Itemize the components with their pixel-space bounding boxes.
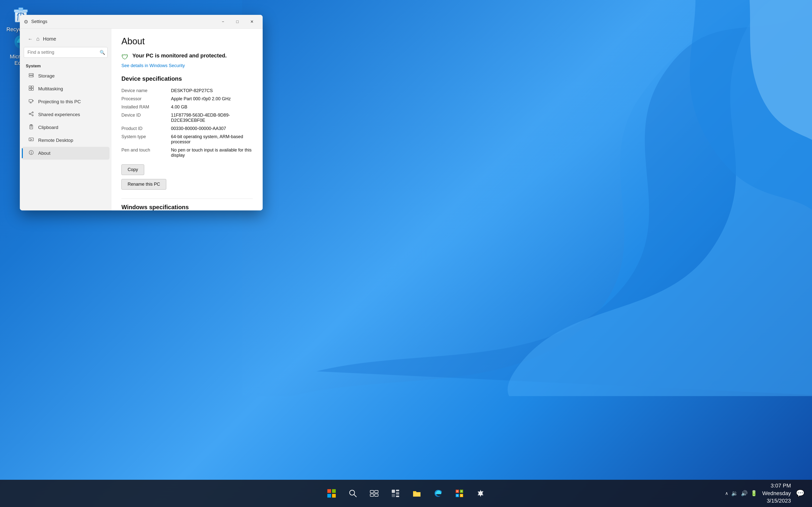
svg-line-28 [30,138,31,139]
wave-decoration [242,0,812,396]
taskbar-search-button[interactable] [344,485,361,502]
security-link[interactable]: See details in Windows Security [121,63,253,68]
spec-label-processor: Processor [121,95,171,103]
rename-button-wrapper: Rename this PC [121,179,253,193]
clock-time: 3:07 PM [762,482,791,490]
sidebar-item-shared-experiences[interactable]: Shared experiences [22,108,109,121]
widgets-button[interactable] [387,485,404,502]
spec-value-device-id: 11F87798-563D-4EDB-9D89-D2CE39CEBF0E [171,111,253,124]
action-buttons: Copy [121,164,253,179]
svg-rect-47 [396,492,399,495]
spec-row-ram: Installed RAM 4.00 GB [121,103,253,111]
sidebar-item-remote-desktop[interactable]: Remote Desktop [22,134,109,147]
spec-label-pen-touch: Pen and touch [121,146,171,159]
battery-icon[interactable]: 🔋 [751,490,757,497]
window-body: ← ⌂ Home 🔍 System [20,29,263,211]
main-content: About 🛡 Your PC is monitored and protect… [111,29,263,211]
spec-row-device-name: Device name DESKTOP-82P27CS [121,87,253,95]
title-bar-controls: − □ ✕ [216,17,259,27]
svg-point-8 [33,74,33,74]
taskbar-right: ∧ 🔉 🔊 🔋 3:07 PM Wednesday 3/15/2023 💬 [725,482,805,505]
sidebar-item-projecting[interactable]: Projecting to this PC [22,95,109,108]
spec-row-device-id: Device ID 11F87798-563D-4EDB-9D89-D2CE39… [121,111,253,124]
svg-rect-2 [18,8,23,10]
spec-row-product-id: Product ID 00330-80000-00000-AA307 [121,124,253,133]
svg-rect-46 [392,494,395,497]
clock-date: Wednesday [762,490,791,497]
spec-value-system-type: 64-bit operating system, ARM-based proce… [171,133,253,146]
svg-point-17 [29,113,31,115]
home-button[interactable]: ← ⌂ Home [22,33,109,45]
title-bar: ⚙ Settings − □ ✕ [20,15,263,29]
svg-rect-56 [461,495,462,496]
settings-window: ⚙ Settings − □ ✕ ← ⌂ Home 🔍 System [20,15,263,211]
spec-value-processor: Apple Part 000 r0p0 2.00 GHz [171,95,253,103]
title-bar-left: ⚙ Settings [24,19,47,25]
sidebar-item-about[interactable]: About [22,147,109,160]
remote-desktop-label: Remote Desktop [38,137,73,143]
minimize-button[interactable]: − [216,17,230,27]
clock-full-date: 3/15/2023 [762,497,791,505]
sidebar-item-multitasking[interactable]: Multitasking [22,82,109,95]
svg-rect-48 [396,496,399,497]
spec-value-product-id: 00330-80000-00000-AA307 [171,124,253,133]
storage-icon [28,72,35,79]
svg-rect-42 [370,494,374,496]
window-title: Settings [31,19,47,24]
device-specs-table: Device name DESKTOP-82P27CS Processor Ap… [121,87,253,159]
sidebar-item-clipboard[interactable]: Clipboard [22,121,109,134]
task-view-button[interactable] [365,485,383,502]
shared-experiences-icon [28,111,35,118]
network-icon[interactable]: 🔉 [731,490,738,497]
search-icon[interactable]: 🔍 [100,50,105,55]
svg-line-39 [354,495,356,497]
rename-button[interactable]: Rename this PC [121,179,166,190]
notification-center-icon[interactable]: 💬 [796,489,805,497]
system-tray: ∧ 🔉 🔊 🔋 [725,490,757,497]
spec-value-ram: 4.00 GB [171,103,253,111]
projecting-icon [28,98,35,105]
shared-experiences-label: Shared experiences [38,112,80,117]
svg-rect-35 [332,489,336,493]
spec-value-pen-touch: No pen or touch input is available for t… [171,146,253,159]
svg-rect-13 [32,89,34,90]
remote-desktop-icon [28,137,35,144]
store-button[interactable] [451,485,468,502]
svg-rect-53 [456,491,458,492]
copy-button[interactable]: Copy [121,164,144,175]
spec-label-ram: Installed RAM [121,103,171,111]
spec-label-product-id: Product ID [121,124,171,133]
spec-label-system-type: System type [121,133,171,146]
svg-line-29 [30,139,31,140]
taskbar-edge-button[interactable] [429,485,447,502]
storage-label: Storage [38,73,55,79]
taskbar-settings-button[interactable] [472,485,489,502]
multitasking-icon [28,86,35,92]
spec-row-pen-touch: Pen and touch No pen or touch input is a… [121,146,253,159]
svg-rect-11 [32,86,34,88]
spec-row-processor: Processor Apple Part 000 r0p0 2.00 GHz [121,95,253,103]
maximize-button[interactable]: □ [231,17,244,27]
volume-icon[interactable]: 🔊 [741,490,748,497]
page-title: About [121,36,253,47]
multitasking-label: Multitasking [38,86,63,92]
svg-rect-36 [327,494,331,498]
svg-rect-45 [396,490,399,491]
file-explorer-button[interactable] [408,485,425,502]
svg-rect-14 [29,100,33,102]
tray-chevron-icon[interactable]: ∧ [725,491,728,496]
clock-display[interactable]: 3:07 PM Wednesday 3/15/2023 [762,482,791,505]
start-button[interactable] [323,485,340,502]
sidebar: ← ⌂ Home 🔍 System [20,29,111,211]
back-icon: ← [28,36,33,42]
device-specs-heading: Device specifications [121,75,253,82]
close-button[interactable]: ✕ [245,17,259,27]
taskbar-center [323,485,489,502]
settings-gear-icon: ⚙ [24,19,28,25]
sidebar-item-storage[interactable]: Storage [22,69,109,82]
search-input[interactable] [24,47,108,58]
search-box: 🔍 [24,47,108,58]
svg-point-9 [33,76,33,76]
svg-point-33 [31,151,32,152]
clipboard-icon [28,124,35,131]
